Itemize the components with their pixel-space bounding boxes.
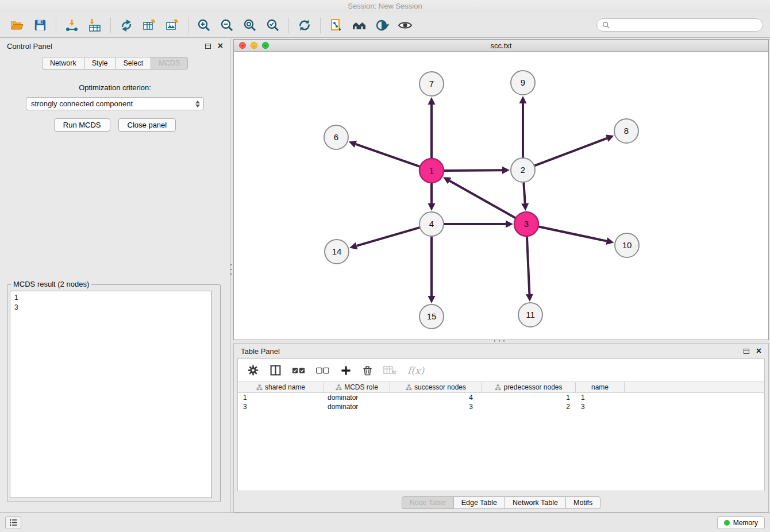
zoom-fit-button[interactable] [238, 14, 261, 36]
graph-edge-2-3[interactable] [523, 182, 525, 203]
add-column-button[interactable] [340, 365, 352, 376]
table-splitter-handle[interactable] [494, 340, 505, 342]
first-neighbors-button[interactable] [348, 14, 371, 36]
cell-mcds-role[interactable]: dominator [324, 394, 390, 402]
clone-network-button[interactable] [325, 14, 348, 36]
unselect-all-columns-button[interactable] [316, 365, 330, 376]
list-item[interactable]: 1 [10, 293, 211, 303]
tab-style[interactable]: Style [84, 57, 116, 70]
cell-successor-nodes[interactable]: 3 [390, 403, 482, 411]
graph-edge-2-8[interactable] [534, 138, 607, 166]
delete-table-icon [383, 365, 397, 376]
table-toolbar: f(x) [238, 359, 764, 382]
graph-edge-3-11[interactable] [527, 236, 530, 294]
graph-node-1[interactable]: 1 [419, 159, 444, 183]
float-panel-icon[interactable] [205, 44, 211, 49]
table-row[interactable]: 1 dominator 4 1 1 [238, 393, 764, 402]
graph-node-4[interactable]: 4 [419, 212, 444, 236]
minimize-window-icon[interactable]: − [251, 42, 257, 49]
graph-node-2[interactable]: 2 [511, 158, 535, 182]
graph-edge-4-14[interactable] [357, 228, 420, 246]
column-header-predecessor-nodes[interactable]: predecessor nodes [482, 382, 576, 392]
list-item[interactable]: 3 [10, 303, 211, 313]
home-neighbors-icon [352, 18, 367, 32]
graph-node-8[interactable]: 8 [614, 119, 638, 143]
export-table-button[interactable] [138, 14, 161, 36]
column-header-mcds-role[interactable]: MCDS role [324, 382, 390, 392]
column-type-icon [336, 384, 342, 391]
delete-table-button[interactable] [383, 365, 397, 376]
cell-mcds-role[interactable]: dominator [324, 403, 390, 411]
graph-node-7[interactable]: 7 [419, 72, 444, 96]
graph-node-14[interactable]: 14 [325, 240, 349, 264]
export-image-button[interactable] [161, 14, 184, 36]
mcds-result-list[interactable]: 1 3 [10, 291, 212, 498]
select-all-columns-button[interactable] [292, 365, 306, 376]
show-hide-button[interactable] [394, 14, 417, 36]
cell-name[interactable]: 1 [576, 394, 625, 402]
graph-node-15[interactable]: 15 [419, 304, 444, 329]
float-panel-icon[interactable] [744, 349, 749, 354]
zoom-out-button[interactable] [215, 14, 238, 36]
tab-select[interactable]: Select [116, 57, 152, 70]
graph-node-6[interactable]: 6 [324, 125, 348, 149]
column-settings-button[interactable] [247, 364, 259, 376]
function-builder-button[interactable]: f(x) [407, 365, 424, 376]
tab-network-table[interactable]: Network Table [505, 496, 566, 509]
columns-icon [270, 364, 282, 376]
graph-edge-3-1[interactable] [449, 181, 515, 218]
tab-mcds[interactable]: MCDS [151, 57, 188, 70]
tab-network[interactable]: Network [42, 57, 84, 70]
graph-node-10[interactable]: 10 [615, 233, 639, 257]
memory-button[interactable]: Memory [717, 516, 765, 529]
column-header-successor-nodes[interactable]: successor nodes [390, 382, 482, 392]
graph-edge-1-2[interactable] [444, 170, 502, 171]
column-header-name[interactable]: name [576, 382, 625, 392]
maximize-window-icon[interactable]: + [262, 42, 269, 49]
graph-edge-1-6[interactable] [356, 144, 420, 167]
tab-node-table[interactable]: Node Table [402, 496, 454, 509]
table-panel-header: Table Panel [234, 344, 768, 358]
toolbar-separator [56, 17, 56, 33]
run-mcds-button[interactable]: Run MCDS [54, 118, 110, 132]
graph-node-3[interactable]: 3 [514, 212, 538, 236]
graph-node-11[interactable]: 11 [518, 303, 542, 327]
open-folder-icon [10, 18, 24, 32]
manage-columns-button[interactable] [270, 364, 282, 376]
save-session-button[interactable] [29, 14, 52, 36]
cell-predecessor-nodes[interactable]: 1 [482, 394, 576, 402]
graph-node-9[interactable]: 9 [511, 71, 535, 95]
graph-edge-3-10[interactable] [538, 226, 607, 241]
cell-successor-nodes[interactable]: 4 [390, 394, 482, 402]
network-canvas[interactable]: 7968124314101511 [234, 52, 768, 340]
open-session-button[interactable] [6, 14, 29, 36]
network-window-titlebar: × − + scc.txt [234, 40, 768, 52]
tab-motifs[interactable]: Motifs [565, 496, 600, 509]
close-window-icon[interactable]: × [239, 42, 246, 49]
close-panel-button[interactable]: Close panel [118, 118, 176, 132]
delete-columns-button[interactable] [362, 365, 373, 376]
cell-shared-name[interactable]: 1 [238, 394, 324, 402]
import-network-icon [65, 18, 79, 32]
close-panel-icon[interactable] [218, 42, 223, 50]
refresh-view-button[interactable] [293, 14, 316, 36]
export-network-button[interactable] [115, 14, 138, 36]
cell-shared-name[interactable]: 3 [238, 403, 324, 411]
tab-edge-table[interactable]: Edge Table [453, 496, 505, 509]
network-graph: 7968124314101511 [234, 52, 768, 340]
column-header-shared-name[interactable]: shared name [238, 382, 324, 392]
task-history-button[interactable] [5, 516, 21, 529]
visual-styles-button[interactable] [371, 14, 394, 36]
control-panel-header: Control Panel [0, 38, 230, 53]
criterion-dropdown[interactable]: strongly connected component [26, 97, 204, 110]
close-panel-icon[interactable] [756, 347, 761, 355]
panel-splitter-handle[interactable] [230, 264, 232, 275]
import-table-button[interactable] [83, 14, 106, 36]
search-input[interactable] [613, 21, 757, 29]
zoom-selected-button[interactable] [261, 14, 284, 36]
table-row[interactable]: 3 dominator 3 2 3 [238, 402, 764, 411]
cell-name[interactable]: 3 [576, 403, 625, 411]
zoom-in-button[interactable] [192, 14, 215, 36]
cell-predecessor-nodes[interactable]: 2 [482, 403, 576, 411]
import-network-button[interactable] [60, 14, 83, 36]
